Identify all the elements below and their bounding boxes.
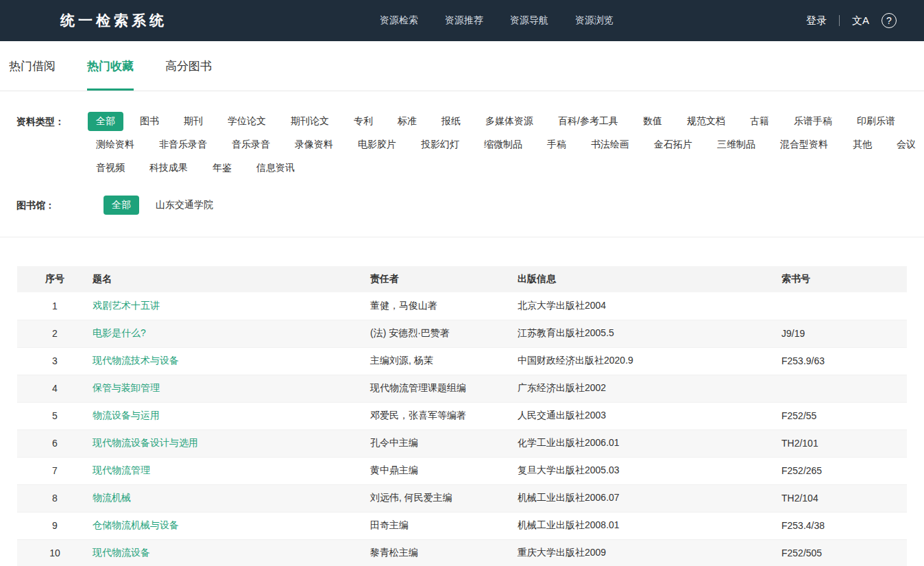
book-title-link[interactable]: 保管与装卸管理 <box>93 382 160 393</box>
book-title-link[interactable]: 现代物流设备 <box>93 547 150 558</box>
filter-option[interactable]: 音视频 <box>88 158 133 178</box>
filter-option[interactable]: 乐谱手稿 <box>786 112 840 131</box>
filter-option[interactable]: 图书 <box>132 112 167 131</box>
nav-resource-search[interactable]: 资源检索 <box>380 14 418 27</box>
result-table: 序号题名责任者出版信息索书号 1戏剧艺术十五讲董健，马俊山著北京大学出版社200… <box>17 266 907 566</box>
tab-hot-borrow[interactable]: 热门借阅 <box>9 41 56 91</box>
filter-option[interactable]: 测绘资料 <box>88 135 143 154</box>
author-cell: (法) 安德烈·巴赞著 <box>370 320 518 347</box>
filter-option[interactable]: 金石拓片 <box>646 135 701 154</box>
filter-option[interactable]: 非音乐录音 <box>151 135 215 154</box>
call-number-cell: F252/505 <box>781 539 907 566</box>
filter-option-row: 全部图书期刊学位论文期刊论文专利标准报纸多媒体资源百科/参考工具数值规范文档古籍… <box>88 112 924 131</box>
call-number-cell <box>781 292 907 320</box>
type-filter-label: 资料类型： <box>16 112 88 182</box>
filter-option[interactable]: 期刊论文 <box>282 112 337 131</box>
column-header: 索书号 <box>781 266 907 292</box>
call-number-cell: TH2/104 <box>781 484 907 512</box>
call-number-cell: TH2/101 <box>781 429 907 457</box>
filter-option[interactable]: 印刷乐谱 <box>849 112 903 131</box>
filter-option[interactable]: 专利 <box>345 112 381 131</box>
filter-option[interactable]: 电影胶片 <box>350 135 404 154</box>
call-number-cell: F253.4/38 <box>781 512 907 539</box>
row-number-cell: 8 <box>17 484 93 512</box>
publisher-cell: 江苏教育出版社2005.5 <box>518 320 781 347</box>
filter-option[interactable]: 规范文档 <box>679 112 733 131</box>
author-cell: 董健，马俊山著 <box>370 292 518 320</box>
nav-resource-browse[interactable]: 资源浏览 <box>575 14 613 27</box>
section-divider <box>0 237 924 237</box>
filter-option-row: 全部山东交通学院 <box>104 196 924 215</box>
book-title-link[interactable]: 物流机械 <box>93 492 131 503</box>
filter-option[interactable]: 古籍 <box>742 112 777 131</box>
author-cell: 主编刘源, 杨茉 <box>370 347 518 375</box>
title-cell: 现代物流管理 <box>93 457 370 484</box>
filter-option[interactable]: 科技成果 <box>141 158 196 178</box>
nav-resource-navigate[interactable]: 资源导航 <box>510 14 548 27</box>
title-cell: 仓储物流机械与设备 <box>93 512 370 539</box>
filter-option[interactable]: 数值 <box>635 112 670 131</box>
language-icon[interactable]: 文A <box>852 14 869 27</box>
book-title-link[interactable]: 戏剧艺术十五讲 <box>93 300 160 311</box>
publisher-cell: 重庆大学出版社2009 <box>518 539 781 566</box>
header-right-controls: 登录 文A ? <box>806 13 924 28</box>
author-cell: 刘远伟, 何民爱主编 <box>370 484 518 512</box>
row-number-cell: 10 <box>17 539 93 566</box>
login-button[interactable]: 登录 <box>806 14 827 27</box>
tab-bar: 热门借阅热门收藏高分图书 <box>0 41 924 91</box>
filter-option[interactable]: 混合型资料 <box>772 135 836 154</box>
title-cell: 现代物流技术与设备 <box>93 347 370 375</box>
book-title-link[interactable]: 物流设备与运用 <box>93 410 160 421</box>
publisher-cell: 机械工业出版社2006.07 <box>518 484 781 512</box>
table-row: 4保管与装卸管理现代物流管理课题组编广东经济出版社2002 <box>17 375 907 402</box>
filter-option[interactable]: 录像资料 <box>287 135 341 154</box>
help-icon[interactable]: ? <box>882 13 897 28</box>
filter-option[interactable]: 投影幻灯 <box>413 135 467 154</box>
title-cell: 保管与装卸管理 <box>93 375 370 402</box>
filter-option[interactable]: 标准 <box>389 112 425 131</box>
nav-resource-recommend[interactable]: 资源推荐 <box>445 14 483 27</box>
filter-option[interactable]: 百科/参考工具 <box>550 112 627 131</box>
filter-panel: 资料类型： 全部图书期刊学位论文期刊论文专利标准报纸多媒体资源百科/参考工具数值… <box>0 91 924 219</box>
table-head: 序号题名责任者出版信息索书号 <box>17 266 907 292</box>
tab-hot-collect[interactable]: 热门收藏 <box>87 41 134 91</box>
publisher-cell: 中国财政经济出版社2020.9 <box>518 347 781 375</box>
filter-option[interactable]: 缩微制品 <box>476 135 531 154</box>
filter-option[interactable]: 学位论文 <box>219 112 274 131</box>
row-number-cell: 5 <box>17 402 93 429</box>
call-number-cell: J9/19 <box>781 320 907 347</box>
book-title-link[interactable]: 仓储物流机械与设备 <box>93 519 179 530</box>
book-title-link[interactable]: 现代物流管理 <box>93 464 150 475</box>
column-header: 责任者 <box>370 266 518 292</box>
column-header: 出版信息 <box>518 266 781 292</box>
call-number-cell: F253.9/63 <box>781 347 907 375</box>
table-header-row: 序号题名责任者出版信息索书号 <box>17 266 907 292</box>
table-row: 10现代物流设备黎青松主编重庆大学出版社2009F252/505 <box>17 539 907 566</box>
filter-option[interactable]: 全部 <box>88 112 123 131</box>
book-title-link[interactable]: 现代物流设备设计与选用 <box>93 437 198 448</box>
filter-option[interactable]: 多媒体资源 <box>477 112 542 131</box>
filter-option[interactable]: 手稿 <box>539 135 574 154</box>
book-title-link[interactable]: 电影是什么? <box>93 327 146 338</box>
filter-option-row: 音视频科技成果年鉴信息资讯 <box>88 158 924 178</box>
filter-option[interactable]: 全部 <box>104 196 139 215</box>
filter-option[interactable]: 信息资讯 <box>248 158 303 178</box>
filter-option[interactable]: 三维制品 <box>709 135 764 154</box>
book-title-link[interactable]: 现代物流技术与设备 <box>93 355 179 366</box>
filter-option[interactable]: 年鉴 <box>204 158 240 178</box>
author-cell: 黎青松主编 <box>370 539 518 566</box>
filter-option[interactable]: 会议 <box>888 135 924 154</box>
call-number-cell <box>781 375 907 402</box>
title-cell: 戏剧艺术十五讲 <box>93 292 370 320</box>
filter-option[interactable]: 报纸 <box>433 112 469 131</box>
filter-option[interactable]: 山东交通学院 <box>147 196 221 215</box>
row-number-cell: 2 <box>17 320 93 347</box>
filter-option[interactable]: 音乐录音 <box>223 135 278 154</box>
filter-option[interactable]: 期刊 <box>175 112 211 131</box>
tab-high-score[interactable]: 高分图书 <box>165 41 212 91</box>
table-row: 7现代物流管理黄中鼎主编复旦大学出版社2005.03F252/265 <box>17 457 907 484</box>
table-row: 1戏剧艺术十五讲董健，马俊山著北京大学出版社2004 <box>17 292 907 320</box>
filter-option[interactable]: 其他 <box>844 135 880 154</box>
filter-option[interactable]: 书法绘画 <box>583 135 637 154</box>
author-cell: 孔令中主编 <box>370 429 518 457</box>
